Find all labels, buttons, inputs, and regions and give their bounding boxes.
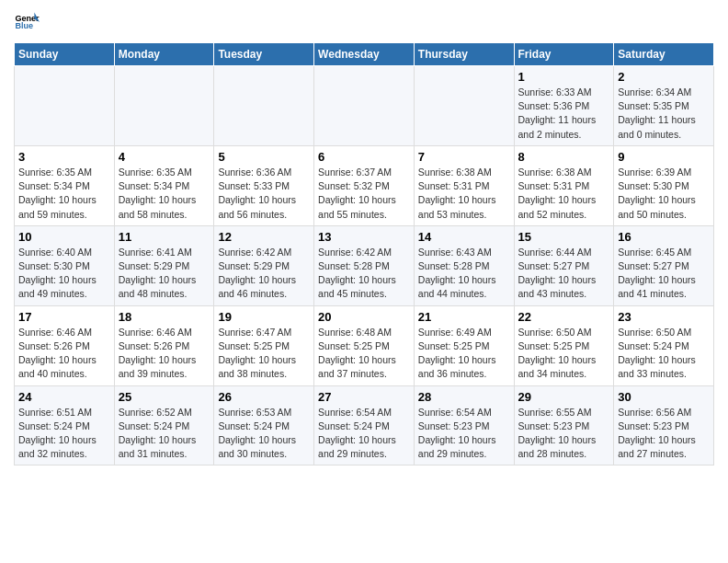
day-info: Sunrise: 6:37 AMSunset: 5:32 PMDaylight:… <box>318 166 410 222</box>
day-info: Sunrise: 6:46 AMSunset: 5:26 PMDaylight:… <box>18 326 110 382</box>
calendar-cell: 7Sunrise: 6:38 AMSunset: 5:31 PMDaylight… <box>414 145 514 225</box>
day-info: Sunrise: 6:47 AMSunset: 5:25 PMDaylight:… <box>218 326 310 382</box>
weekday-header-friday: Friday <box>514 43 614 66</box>
day-info: Sunrise: 6:48 AMSunset: 5:25 PMDaylight:… <box>318 326 410 382</box>
calendar-cell: 10Sunrise: 6:40 AMSunset: 5:30 PMDayligh… <box>15 225 115 305</box>
svg-text:Blue: Blue <box>15 21 33 30</box>
day-number: 23 <box>618 310 710 324</box>
day-number: 13 <box>318 230 410 244</box>
calendar-cell: 24Sunrise: 6:51 AMSunset: 5:24 PMDayligh… <box>15 385 115 465</box>
day-info: Sunrise: 6:50 AMSunset: 5:25 PMDaylight:… <box>518 326 610 382</box>
calendar-cell: 9Sunrise: 6:39 AMSunset: 5:30 PMDaylight… <box>614 145 714 225</box>
day-number: 4 <box>119 150 210 164</box>
calendar-cell: 6Sunrise: 6:37 AMSunset: 5:32 PMDaylight… <box>314 145 415 225</box>
day-number: 9 <box>618 150 710 164</box>
day-number: 22 <box>518 310 610 324</box>
day-number: 7 <box>418 150 510 164</box>
day-number: 29 <box>518 390 610 404</box>
calendar-cell <box>15 66 115 146</box>
day-info: Sunrise: 6:50 AMSunset: 5:24 PMDaylight:… <box>618 326 710 382</box>
calendar-cell <box>214 66 314 146</box>
calendar-cell: 14Sunrise: 6:43 AMSunset: 5:28 PMDayligh… <box>414 225 514 305</box>
calendar-cell: 1Sunrise: 6:33 AMSunset: 5:36 PMDaylight… <box>514 66 614 146</box>
day-number: 5 <box>218 150 310 164</box>
calendar-cell: 13Sunrise: 6:42 AMSunset: 5:28 PMDayligh… <box>314 225 415 305</box>
day-info: Sunrise: 6:53 AMSunset: 5:24 PMDaylight:… <box>218 406 310 462</box>
day-info: Sunrise: 6:35 AMSunset: 5:34 PMDaylight:… <box>18 166 110 222</box>
calendar-cell: 30Sunrise: 6:56 AMSunset: 5:23 PMDayligh… <box>614 385 714 465</box>
logo-icon: General Blue <box>14 9 40 35</box>
day-info: Sunrise: 6:51 AMSunset: 5:24 PMDaylight:… <box>18 406 110 462</box>
day-info: Sunrise: 6:56 AMSunset: 5:23 PMDaylight:… <box>618 406 710 462</box>
day-number: 8 <box>518 150 610 164</box>
page: General Blue SundayMondayTuesdayWednesda… <box>0 0 728 475</box>
day-info: Sunrise: 6:38 AMSunset: 5:31 PMDaylight:… <box>418 166 510 222</box>
calendar-cell: 25Sunrise: 6:52 AMSunset: 5:24 PMDayligh… <box>114 385 214 465</box>
header: General Blue <box>14 9 714 35</box>
weekday-header-thursday: Thursday <box>414 43 514 66</box>
day-number: 27 <box>318 390 410 404</box>
calendar-cell: 22Sunrise: 6:50 AMSunset: 5:25 PMDayligh… <box>514 305 614 385</box>
day-number: 25 <box>119 390 210 404</box>
day-info: Sunrise: 6:41 AMSunset: 5:29 PMDaylight:… <box>119 246 210 302</box>
day-info: Sunrise: 6:38 AMSunset: 5:31 PMDaylight:… <box>518 166 610 222</box>
calendar-cell: 5Sunrise: 6:36 AMSunset: 5:33 PMDaylight… <box>214 145 314 225</box>
calendar-cell <box>314 66 415 146</box>
calendar-cell <box>114 66 214 146</box>
day-number: 17 <box>18 310 110 324</box>
day-number: 28 <box>418 390 510 404</box>
calendar-cell: 29Sunrise: 6:55 AMSunset: 5:23 PMDayligh… <box>514 385 614 465</box>
day-number: 3 <box>18 150 110 164</box>
calendar-table: SundayMondayTuesdayWednesdayThursdayFrid… <box>14 42 714 465</box>
calendar-cell: 18Sunrise: 6:46 AMSunset: 5:26 PMDayligh… <box>114 305 214 385</box>
day-info: Sunrise: 6:33 AMSunset: 5:36 PMDaylight:… <box>518 86 610 142</box>
calendar-cell: 17Sunrise: 6:46 AMSunset: 5:26 PMDayligh… <box>15 305 115 385</box>
weekday-header-sunday: Sunday <box>15 43 115 66</box>
day-number: 26 <box>218 390 310 404</box>
day-number: 19 <box>218 310 310 324</box>
day-number: 24 <box>18 390 110 404</box>
calendar-cell: 21Sunrise: 6:49 AMSunset: 5:25 PMDayligh… <box>414 305 514 385</box>
day-number: 2 <box>618 70 710 84</box>
day-info: Sunrise: 6:49 AMSunset: 5:25 PMDaylight:… <box>418 326 510 382</box>
weekday-header-saturday: Saturday <box>614 43 714 66</box>
day-info: Sunrise: 6:54 AMSunset: 5:23 PMDaylight:… <box>418 406 510 462</box>
day-info: Sunrise: 6:34 AMSunset: 5:35 PMDaylight:… <box>618 86 710 142</box>
day-number: 6 <box>318 150 410 164</box>
day-info: Sunrise: 6:40 AMSunset: 5:30 PMDaylight:… <box>18 246 110 302</box>
day-number: 18 <box>119 310 210 324</box>
calendar-cell <box>414 66 514 146</box>
calendar-cell: 16Sunrise: 6:45 AMSunset: 5:27 PMDayligh… <box>614 225 714 305</box>
day-number: 21 <box>418 310 510 324</box>
calendar-cell: 2Sunrise: 6:34 AMSunset: 5:35 PMDaylight… <box>614 66 714 146</box>
calendar-cell: 26Sunrise: 6:53 AMSunset: 5:24 PMDayligh… <box>214 385 314 465</box>
day-number: 20 <box>318 310 410 324</box>
weekday-header-monday: Monday <box>114 43 214 66</box>
calendar-cell: 28Sunrise: 6:54 AMSunset: 5:23 PMDayligh… <box>414 385 514 465</box>
calendar-cell: 8Sunrise: 6:38 AMSunset: 5:31 PMDaylight… <box>514 145 614 225</box>
day-info: Sunrise: 6:44 AMSunset: 5:27 PMDaylight:… <box>518 246 610 302</box>
day-number: 30 <box>618 390 710 404</box>
day-info: Sunrise: 6:39 AMSunset: 5:30 PMDaylight:… <box>618 166 710 222</box>
day-number: 15 <box>518 230 610 244</box>
logo: General Blue <box>14 9 43 35</box>
day-info: Sunrise: 6:36 AMSunset: 5:33 PMDaylight:… <box>218 166 310 222</box>
day-info: Sunrise: 6:35 AMSunset: 5:34 PMDaylight:… <box>119 166 210 222</box>
day-info: Sunrise: 6:42 AMSunset: 5:29 PMDaylight:… <box>218 246 310 302</box>
calendar-cell: 3Sunrise: 6:35 AMSunset: 5:34 PMDaylight… <box>15 145 115 225</box>
day-info: Sunrise: 6:54 AMSunset: 5:24 PMDaylight:… <box>318 406 410 462</box>
calendar-cell: 23Sunrise: 6:50 AMSunset: 5:24 PMDayligh… <box>614 305 714 385</box>
calendar-cell: 4Sunrise: 6:35 AMSunset: 5:34 PMDaylight… <box>114 145 214 225</box>
calendar-cell: 12Sunrise: 6:42 AMSunset: 5:29 PMDayligh… <box>214 225 314 305</box>
day-info: Sunrise: 6:46 AMSunset: 5:26 PMDaylight:… <box>119 326 210 382</box>
day-info: Sunrise: 6:42 AMSunset: 5:28 PMDaylight:… <box>318 246 410 302</box>
weekday-header-tuesday: Tuesday <box>214 43 314 66</box>
day-number: 1 <box>518 70 610 84</box>
day-number: 11 <box>119 230 210 244</box>
day-info: Sunrise: 6:55 AMSunset: 5:23 PMDaylight:… <box>518 406 610 462</box>
day-info: Sunrise: 6:45 AMSunset: 5:27 PMDaylight:… <box>618 246 710 302</box>
calendar-cell: 19Sunrise: 6:47 AMSunset: 5:25 PMDayligh… <box>214 305 314 385</box>
calendar-cell: 27Sunrise: 6:54 AMSunset: 5:24 PMDayligh… <box>314 385 415 465</box>
day-number: 14 <box>418 230 510 244</box>
day-info: Sunrise: 6:43 AMSunset: 5:28 PMDaylight:… <box>418 246 510 302</box>
